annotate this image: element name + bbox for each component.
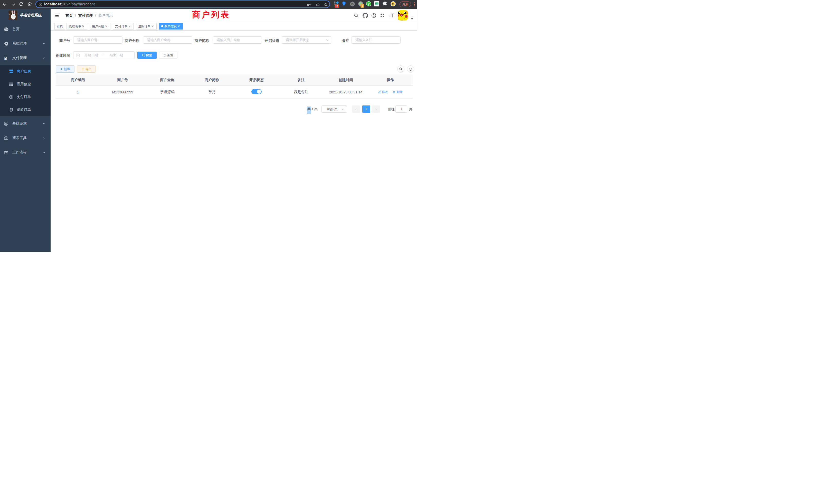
svg-text:y: y: [368, 2, 370, 6]
svg-text:⌘: ⌘: [351, 2, 354, 5]
